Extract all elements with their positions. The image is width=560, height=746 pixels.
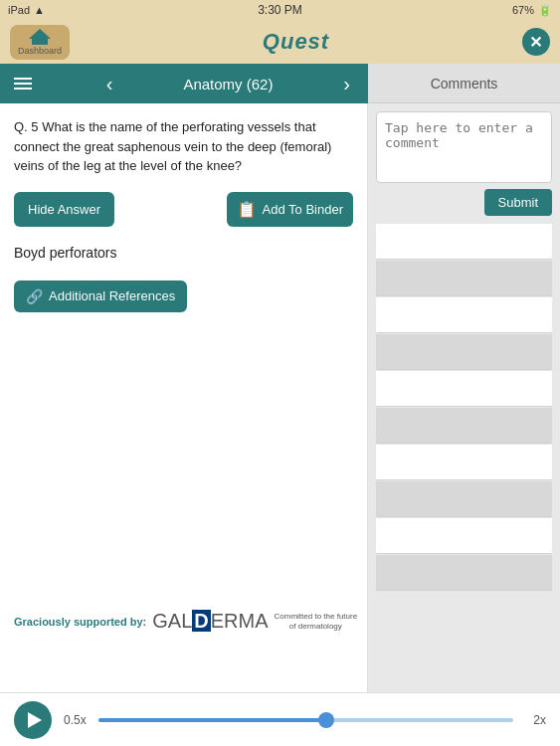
dashboard-button[interactable]: Dashboard — [10, 25, 70, 60]
sub-nav-left: ‹ Anatomy (62) › — [0, 64, 368, 103]
galderma-erma: ERMA — [211, 610, 269, 633]
galderma-logo: GALDERMA — [152, 610, 268, 633]
anatomy-title: Anatomy (62) — [183, 76, 273, 93]
speed-right-label: 2x — [533, 713, 546, 727]
battery-icon: 🔋 — [538, 4, 552, 17]
status-right: 67% 🔋 — [512, 4, 552, 17]
status-time: 3:30 PM — [258, 3, 302, 17]
answer-text: Boyd perforators — [14, 245, 353, 261]
footer: 0.5x 2x — [0, 692, 560, 746]
comment-line-6 — [376, 408, 552, 444]
comment-line-9 — [376, 518, 552, 554]
comments-lines — [376, 224, 552, 684]
hamburger-line-3 — [14, 88, 32, 90]
question-text: Q. 5 What is the name of the perforating… — [14, 117, 353, 176]
battery-label: 67% — [512, 4, 534, 16]
graciously-text: Graciously supported by: — [14, 616, 146, 628]
main-area: Q. 5 What is the name of the perforating… — [0, 103, 560, 692]
comment-line-3 — [376, 297, 552, 333]
comment-line-8 — [376, 481, 552, 517]
additional-references-button[interactable]: 🔗 Additional References — [14, 280, 187, 312]
slider-fill — [98, 718, 327, 722]
play-button[interactable] — [14, 701, 52, 739]
hamburger-line-2 — [14, 83, 32, 85]
dashboard-icon — [29, 29, 51, 45]
status-left: iPad ▲ — [8, 4, 45, 16]
link-icon: 🔗 — [26, 288, 43, 304]
comment-line-5 — [376, 371, 552, 407]
dashboard-label: Dashboard — [18, 46, 62, 56]
close-button[interactable]: ✕ — [522, 28, 550, 56]
binder-icon: 📋 — [237, 200, 257, 219]
comments-tab[interactable]: Comments — [368, 64, 560, 103]
prev-arrow-button[interactable]: ‹ — [98, 69, 121, 99]
comment-line-4 — [376, 334, 552, 370]
speed-left-label: 0.5x — [64, 713, 87, 727]
hamburger-line-1 — [14, 78, 32, 80]
ipad-label: iPad — [8, 4, 30, 16]
right-panel: Submit — [368, 103, 560, 692]
comment-line-10 — [376, 555, 552, 591]
galderma-footer: Graciously supported by: GALDERMA Commit… — [14, 610, 357, 633]
hide-answer-button[interactable]: Hide Answer — [14, 192, 114, 227]
top-nav: Dashboard Quest ✕ — [0, 20, 560, 64]
add-binder-label: Add To Binder — [263, 202, 343, 217]
hamburger-button[interactable] — [10, 74, 36, 93]
play-icon — [28, 712, 42, 728]
quest-logo: Quest — [263, 29, 329, 55]
sub-nav: ‹ Anatomy (62) › Comments Questions — [0, 64, 560, 103]
comment-line-1 — [376, 224, 552, 260]
comment-input[interactable] — [376, 111, 552, 183]
additional-refs-label: Additional References — [49, 288, 175, 303]
add-to-binder-button[interactable]: 📋 Add To Binder — [227, 192, 353, 227]
galderma-d: D — [192, 610, 210, 632]
left-panel: Q. 5 What is the name of the perforating… — [0, 103, 368, 692]
galderma-subtitle: Committed to the futureof dermatology — [275, 612, 358, 631]
comment-line-7 — [376, 445, 552, 480]
galderma-gal: GAL — [152, 610, 192, 633]
comment-line-2 — [376, 261, 552, 296]
playback-slider[interactable] — [98, 718, 514, 722]
next-arrow-button[interactable]: › — [335, 69, 358, 99]
wifi-icon: ▲ — [34, 4, 45, 16]
quest-logo-text: Quest — [263, 29, 329, 54]
slider-thumb[interactable] — [318, 712, 334, 728]
comments-label: Comments — [431, 76, 498, 92]
slider-track — [98, 718, 514, 722]
status-bar: iPad ▲ 3:30 PM 67% 🔋 — [0, 0, 560, 20]
submit-button[interactable]: Submit — [484, 189, 552, 216]
action-buttons: Hide Answer 📋 Add To Binder — [14, 192, 353, 227]
